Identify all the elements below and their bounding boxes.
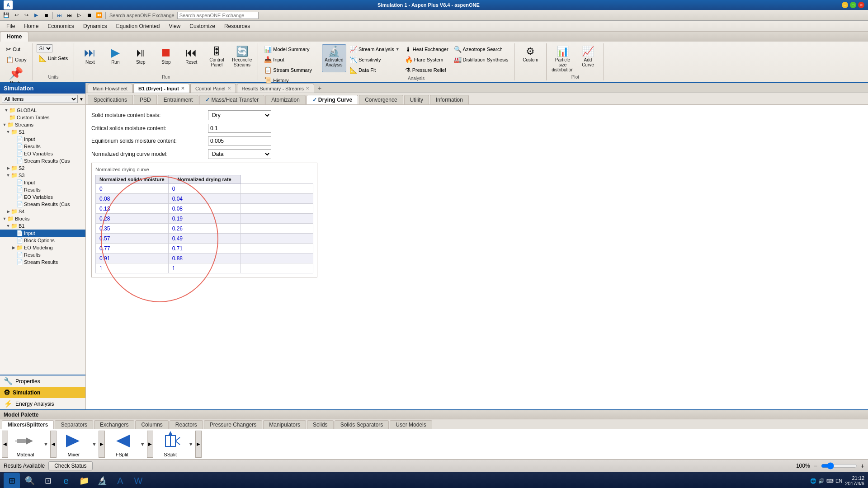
zoom-slider[interactable] bbox=[821, 462, 857, 469]
tree-item[interactable]: ▼ 📁 S1 bbox=[0, 128, 85, 136]
menu-customize[interactable]: Customize bbox=[185, 22, 220, 30]
tree-item[interactable]: ▼ 📁 S3 bbox=[0, 172, 85, 179]
table-row[interactable]: 0.080.04 bbox=[96, 194, 313, 204]
table-row[interactable]: 0.770.71 bbox=[96, 244, 313, 253]
paste-button[interactable]: 📌 Paste bbox=[4, 65, 28, 85]
tab-close-rs[interactable]: ✕ bbox=[306, 86, 309, 91]
critical-solids-input[interactable] bbox=[208, 124, 271, 133]
inner-tab-convergence[interactable]: Convergence bbox=[359, 95, 403, 104]
palette-tab-columns[interactable]: Columns bbox=[135, 420, 168, 429]
tree-item[interactable]: ▼ 📁 B1 bbox=[0, 222, 85, 230]
inner-tab-psd[interactable]: PSD bbox=[134, 95, 157, 104]
minimize-button[interactable]: ─ bbox=[842, 2, 848, 8]
table-row[interactable]: 0.350.26 bbox=[96, 224, 313, 234]
tree-item[interactable]: 📄 Block Options bbox=[0, 237, 85, 244]
next-button[interactable]: ⏭ Next bbox=[78, 44, 102, 72]
properties-row[interactable]: 🔧 Properties bbox=[0, 375, 85, 387]
tree-item[interactable]: 📄 Results bbox=[0, 186, 85, 193]
palette-tab-exchangers[interactable]: Exchangers bbox=[94, 420, 134, 429]
menu-view[interactable]: View bbox=[164, 22, 185, 30]
tree-item[interactable]: 📁 Custom Tables bbox=[0, 114, 85, 121]
particle-size-button[interactable]: 📊 Particle size distribution bbox=[550, 44, 575, 74]
check-status-button[interactable]: Check Status bbox=[48, 461, 92, 470]
equilibrium-solids-input[interactable] bbox=[208, 136, 271, 145]
app2-button[interactable]: A bbox=[112, 473, 128, 488]
custom-button[interactable]: ⚙ Custom bbox=[518, 44, 542, 72]
inner-tab-specifications[interactable]: Specifications bbox=[88, 95, 133, 104]
heat-exchanger-button[interactable]: 🌡 Heat Exchanger bbox=[403, 44, 451, 54]
maximize-button[interactable]: □ bbox=[850, 2, 856, 8]
azeotrope-search-button[interactable]: 🔍 Azeotrope Search bbox=[452, 44, 511, 54]
table-row[interactable]: 11 bbox=[96, 263, 313, 273]
stream-analysis-button[interactable]: 📈 Stream Analysis ▼ bbox=[347, 44, 402, 54]
palette-tab-mixers[interactable]: Mixers/Splitters bbox=[2, 420, 54, 429]
menu-economics[interactable]: Economics bbox=[43, 22, 79, 30]
palette-tab-solids-sep[interactable]: Solids Separators bbox=[335, 420, 389, 429]
search-input[interactable] bbox=[177, 12, 259, 19]
tree-item[interactable]: 📄 EO Variables bbox=[0, 150, 85, 157]
word-button[interactable]: W bbox=[130, 473, 146, 488]
pressure-relief-button[interactable]: ⚗ Pressure Relief bbox=[403, 65, 451, 75]
palette-nav-right2[interactable]: ▶ bbox=[147, 431, 153, 458]
qt-next-button[interactable]: ⏭ bbox=[55, 11, 64, 20]
tree-item[interactable]: ▶ 📁 S4 bbox=[0, 208, 85, 215]
tree-item-b1-input[interactable]: 📄 Input bbox=[0, 230, 85, 237]
sidebar-filter-select[interactable]: All Items bbox=[2, 95, 78, 103]
palette-tab-manipulators[interactable]: Manipulators bbox=[263, 420, 306, 429]
palette-nav-left2[interactable]: ◀ bbox=[50, 431, 57, 458]
stop-button[interactable]: ⏹ Stop bbox=[154, 44, 178, 72]
tab-close-b1[interactable]: ✕ bbox=[181, 86, 184, 91]
tree-item[interactable]: 📄 Stream Results (Cus bbox=[0, 157, 85, 164]
table-row[interactable]: 0.570.49 bbox=[96, 234, 313, 244]
tree-item[interactable]: ▶ 📁 S2 bbox=[0, 164, 85, 172]
inner-tab-utility[interactable]: Utility bbox=[404, 95, 429, 104]
distillation-synthesis-button[interactable]: 🏭 Distillation Synthesis bbox=[452, 55, 511, 65]
window-controls[interactable]: ─ □ ✕ bbox=[842, 2, 864, 8]
table-row[interactable]: 0.130.08 bbox=[96, 204, 313, 214]
palette-tab-pressure[interactable]: Pressure Changers bbox=[204, 420, 262, 429]
inner-tab-drying-curve[interactable]: Drying Curve bbox=[307, 95, 358, 104]
qt-stop-button[interactable]: ⏹ bbox=[42, 11, 51, 20]
palette-nav-left[interactable]: ◀ bbox=[2, 431, 8, 458]
material-dropdown[interactable]: ▼ bbox=[42, 441, 49, 447]
solid-moisture-select[interactable]: Dry bbox=[208, 110, 271, 120]
palette-nav-right3[interactable]: ▶ bbox=[195, 431, 202, 458]
qt-play-button[interactable]: ▷ bbox=[75, 11, 84, 20]
app1-button[interactable]: 🔬 bbox=[94, 473, 110, 488]
palette-tab-solids[interactable]: Solids bbox=[307, 420, 334, 429]
start-button[interactable]: ⊞ bbox=[4, 473, 20, 488]
drying-curve-model-select[interactable]: Data bbox=[208, 149, 271, 159]
tree-item[interactable]: 📄 Stream Results bbox=[0, 258, 85, 266]
table-row[interactable]: 0.280.19 bbox=[96, 214, 313, 224]
data-fit-button[interactable]: 📐 Data Fit bbox=[347, 65, 402, 75]
inner-tab-entrainment[interactable]: Entrainment bbox=[158, 95, 199, 104]
activated-analysis-button[interactable]: 🔬 Activated Analysis bbox=[322, 44, 346, 72]
add-tab-button[interactable]: + bbox=[315, 84, 324, 93]
close-button[interactable]: ✕ bbox=[858, 2, 864, 8]
folder-button[interactable]: 📁 bbox=[76, 473, 92, 488]
tree-item[interactable]: 📄 Stream Results (Cus bbox=[0, 201, 85, 208]
unit-sets-button[interactable]: 📐 Unit Sets bbox=[37, 53, 71, 63]
copy-button[interactable]: 📋 Copy bbox=[4, 55, 29, 65]
tree-item[interactable]: ▶ 📁 EO Modeling bbox=[0, 244, 85, 251]
palette-item-fsplit[interactable]: FSplit bbox=[106, 430, 138, 459]
menu-resources[interactable]: Resources bbox=[220, 22, 255, 30]
tab-b1-input[interactable]: B1 (Dryer) - Input ✕ bbox=[133, 84, 189, 93]
qt-redo-button[interactable]: ↪ bbox=[22, 11, 31, 20]
menu-dynamics[interactable]: Dynamics bbox=[79, 22, 112, 30]
tab-results-summary[interactable]: Results Summary - Streams ✕ bbox=[237, 84, 315, 93]
ie-button[interactable]: e bbox=[58, 473, 74, 488]
ribbon-tab-home[interactable]: Home bbox=[0, 32, 28, 42]
tree-item[interactable]: ▼ 📁 GLOBAL bbox=[0, 107, 85, 114]
reconcile-streams-button[interactable]: 🔄 Reconcile Streams bbox=[230, 44, 254, 72]
sensitivity-button[interactable]: 📉 Sensitivity bbox=[347, 55, 402, 65]
tab-close-cp[interactable]: ✕ bbox=[227, 86, 231, 91]
search-taskbar-button[interactable]: 🔍 bbox=[22, 473, 38, 488]
table-row[interactable]: 00 bbox=[96, 184, 313, 194]
sidebar-filter-arrow[interactable]: ▼ bbox=[79, 97, 84, 102]
tree-item[interactable]: 📄 Results bbox=[0, 143, 85, 150]
table-row[interactable]: 0.910.88 bbox=[96, 253, 313, 263]
input-button[interactable]: 📥 Input bbox=[262, 55, 314, 65]
tree-item[interactable]: ▼ 📁 Blocks bbox=[0, 215, 85, 222]
qt-stop2-button[interactable]: ◼ bbox=[85, 11, 94, 20]
